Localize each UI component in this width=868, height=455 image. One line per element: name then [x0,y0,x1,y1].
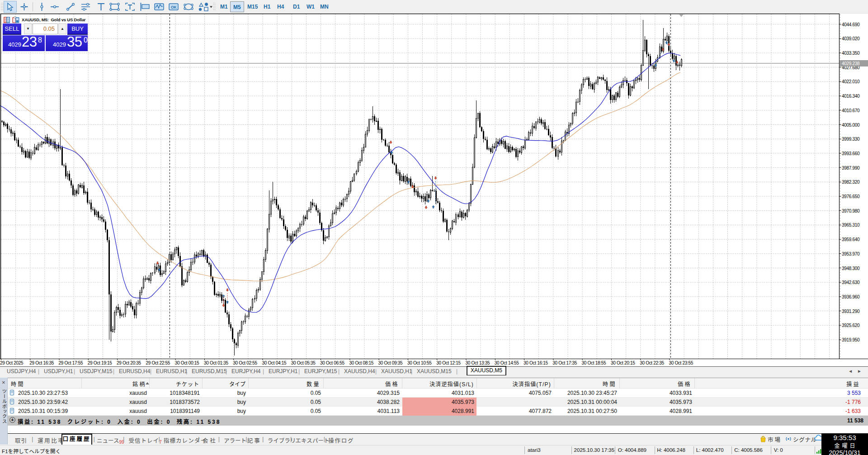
svg-text:4022.010: 4022.010 [842,79,860,84]
svg-text:3982.320: 3982.320 [842,180,860,185]
svg-text:30 Oct 10:55: 30 Oct 10:55 [407,360,432,365]
svg-text:30 Oct 18:55: 30 Oct 18:55 [582,360,606,365]
svg-text:30 Oct 05:35: 30 Oct 05:35 [291,360,316,365]
svg-text:30 Oct 13:35: 30 Oct 13:35 [466,360,490,365]
svg-text:3936.960: 3936.960 [842,294,860,299]
svg-text:4005.000: 4005.000 [842,123,860,128]
svg-text:29 Oct 17:55: 29 Oct 17:55 [59,360,83,365]
svg-text:30 Oct 06:55: 30 Oct 06:55 [320,360,344,365]
svg-text:30 Oct 20:15: 30 Oct 20:15 [611,360,635,365]
svg-text:3925.620: 3925.620 [842,323,860,328]
svg-text:4033.350: 4033.350 [842,51,860,56]
svg-text:3959.640: 3959.640 [842,237,860,242]
svg-text:3948.300: 3948.300 [842,266,860,271]
svg-text:3970.980: 3970.980 [842,209,860,213]
svg-text:30 Oct 17:35: 30 Oct 17:35 [552,360,577,365]
svg-text:30 Oct 01:35: 30 Oct 01:35 [204,360,228,365]
svg-text:4039.020: 4039.020 [842,36,860,41]
svg-text:3953.970: 3953.970 [842,251,860,256]
svg-text:3919.950: 3919.950 [842,337,860,342]
svg-text:30 Oct 12:15: 30 Oct 12:15 [436,360,461,365]
svg-text:30 Oct 09:35: 30 Oct 09:35 [378,360,403,365]
svg-text:4029.238: 4029.238 [842,61,860,66]
svg-text:3942.630: 3942.630 [842,280,860,285]
svg-text:30 Oct 00:15: 30 Oct 00:15 [175,360,199,365]
svg-text:30 Oct 04:15: 30 Oct 04:15 [262,360,287,365]
svg-text:3965.310: 3965.310 [842,223,860,228]
svg-text:3999.330: 3999.330 [842,137,860,142]
svg-text:30 Oct 02:55: 30 Oct 02:55 [233,360,257,365]
svg-text:3976.650: 3976.650 [842,194,860,199]
svg-text:30 Oct 22:35: 30 Oct 22:35 [640,360,664,365]
svg-text:29 Oct 22:55: 29 Oct 22:55 [146,360,170,365]
svg-text:30 Oct 23:55: 30 Oct 23:55 [669,360,693,365]
svg-text:30 Oct 08:15: 30 Oct 08:15 [349,360,373,365]
svg-text:3993.660: 3993.660 [842,151,860,156]
svg-text:29 Oct 20:35: 29 Oct 20:35 [117,360,141,365]
svg-text:4016.340: 4016.340 [842,94,860,99]
svg-text:4010.670: 4010.670 [842,108,860,113]
svg-text:OK: OK [171,5,177,9]
svg-text:29 Oct 16:35: 29 Oct 16:35 [29,360,54,365]
svg-text:30 Oct 14:55: 30 Oct 14:55 [495,360,519,365]
svg-text:29 Oct 2025: 29 Oct 2025 [0,360,24,365]
svg-text:3987.990: 3987.990 [842,166,860,171]
svg-text:30 Oct 16:15: 30 Oct 16:15 [524,360,548,365]
svg-text:29 Oct 19:15: 29 Oct 19:15 [88,360,112,365]
svg-text:4044.690: 4044.690 [842,22,860,27]
svg-text:3931.290: 3931.290 [842,309,860,314]
